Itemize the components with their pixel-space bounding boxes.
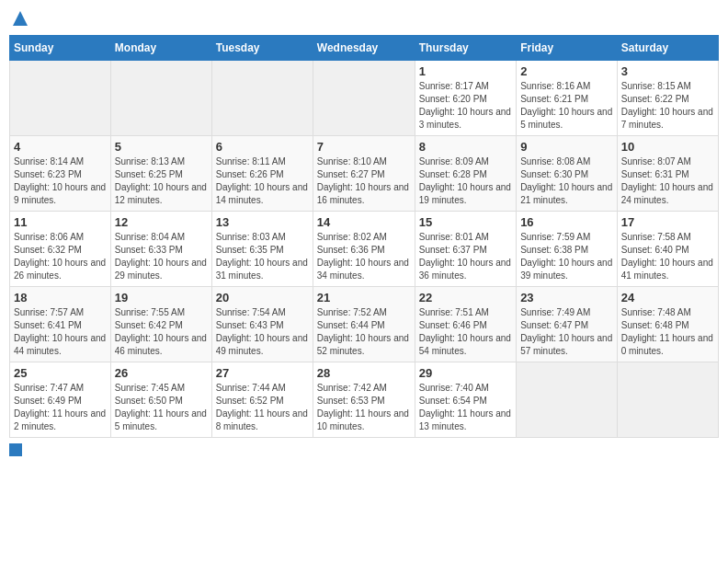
day-info: Sunrise: 8:10 AM Sunset: 6:27 PM Dayligh… [317, 155, 411, 207]
calendar-cell: 29Sunrise: 7:40 AM Sunset: 6:54 PM Dayli… [415, 362, 516, 438]
calendar-cell: 28Sunrise: 7:42 AM Sunset: 6:53 PM Dayli… [313, 362, 415, 438]
header-day-thursday: Thursday [415, 36, 516, 61]
week-row-1: 4Sunrise: 8:14 AM Sunset: 6:23 PM Daylig… [10, 136, 719, 212]
day-info: Sunrise: 8:01 AM Sunset: 6:37 PM Dayligh… [419, 231, 512, 282]
day-number: 16 [520, 215, 613, 229]
day-number: 13 [216, 215, 309, 229]
calendar-cell: 9Sunrise: 8:08 AM Sunset: 6:30 PM Daylig… [517, 136, 618, 212]
day-number: 1 [419, 64, 512, 78]
day-number: 11 [14, 215, 107, 229]
day-info: Sunrise: 8:04 AM Sunset: 6:33 PM Dayligh… [115, 231, 208, 282]
day-number: 25 [14, 366, 107, 380]
day-info: Sunrise: 8:03 AM Sunset: 6:35 PM Dayligh… [216, 231, 309, 282]
day-info: Sunrise: 7:47 AM Sunset: 6:49 PM Dayligh… [14, 382, 107, 433]
day-info: Sunrise: 8:09 AM Sunset: 6:28 PM Dayligh… [419, 155, 512, 207]
header-day-friday: Friday [517, 36, 618, 61]
day-number: 19 [115, 291, 208, 304]
day-info: Sunrise: 7:51 AM Sunset: 6:46 PM Dayligh… [419, 306, 512, 358]
day-info: Sunrise: 7:48 AM Sunset: 6:48 PM Dayligh… [621, 306, 714, 358]
day-info: Sunrise: 7:44 AM Sunset: 6:52 PM Dayligh… [216, 382, 309, 433]
day-info: Sunrise: 7:59 AM Sunset: 6:38 PM Dayligh… [520, 231, 613, 282]
calendar-cell: 24Sunrise: 7:48 AM Sunset: 6:48 PM Dayli… [617, 287, 718, 362]
day-info: Sunrise: 8:15 AM Sunset: 6:22 PM Dayligh… [621, 80, 714, 132]
day-number: 15 [419, 215, 512, 229]
day-number: 4 [14, 140, 107, 154]
calendar-cell [313, 61, 415, 136]
day-info: Sunrise: 7:54 AM Sunset: 6:43 PM Dayligh… [216, 306, 309, 358]
calendar-table: SundayMondayTuesdayWednesdayThursdayFrid… [9, 35, 719, 438]
calendar-cell: 27Sunrise: 7:44 AM Sunset: 6:52 PM Dayli… [211, 362, 313, 438]
day-number: 24 [621, 291, 714, 304]
calendar-cell: 21Sunrise: 7:52 AM Sunset: 6:44 PM Dayli… [313, 287, 415, 362]
day-number: 27 [216, 366, 309, 380]
calendar-cell: 15Sunrise: 8:01 AM Sunset: 6:37 PM Dayli… [415, 212, 516, 287]
day-info: Sunrise: 7:45 AM Sunset: 6:50 PM Dayligh… [115, 382, 208, 433]
day-number: 20 [216, 291, 309, 304]
calendar-cell: 13Sunrise: 8:03 AM Sunset: 6:35 PM Dayli… [211, 212, 313, 287]
legend [9, 443, 719, 456]
day-number: 6 [216, 140, 309, 154]
calendar-cell: 22Sunrise: 7:51 AM Sunset: 6:46 PM Dayli… [415, 287, 516, 362]
day-number: 21 [317, 291, 411, 304]
svg-marker-0 [13, 11, 28, 26]
header [9, 9, 719, 28]
calendar-cell [617, 362, 718, 438]
calendar-cell: 16Sunrise: 7:59 AM Sunset: 6:38 PM Dayli… [517, 212, 618, 287]
calendar-cell: 5Sunrise: 8:13 AM Sunset: 6:25 PM Daylig… [110, 136, 211, 212]
day-number: 28 [317, 366, 411, 380]
day-info: Sunrise: 7:57 AM Sunset: 6:41 PM Dayligh… [14, 306, 107, 358]
day-number: 2 [520, 64, 613, 78]
calendar-cell [110, 61, 211, 136]
week-row-3: 18Sunrise: 7:57 AM Sunset: 6:41 PM Dayli… [10, 287, 719, 362]
logo-icon [11, 9, 29, 28]
calendar-cell: 25Sunrise: 7:47 AM Sunset: 6:49 PM Dayli… [10, 362, 111, 438]
day-info: Sunrise: 8:13 AM Sunset: 6:25 PM Dayligh… [115, 155, 208, 207]
day-info: Sunrise: 8:02 AM Sunset: 6:36 PM Dayligh… [317, 231, 411, 282]
header-day-tuesday: Tuesday [211, 36, 313, 61]
day-info: Sunrise: 7:58 AM Sunset: 6:40 PM Dayligh… [621, 231, 714, 282]
calendar-cell [517, 362, 618, 438]
calendar-cell: 4Sunrise: 8:14 AM Sunset: 6:23 PM Daylig… [10, 136, 111, 212]
day-info: Sunrise: 7:52 AM Sunset: 6:44 PM Dayligh… [317, 306, 411, 358]
day-number: 7 [317, 140, 411, 154]
header-day-monday: Monday [110, 36, 211, 61]
week-row-2: 11Sunrise: 8:06 AM Sunset: 6:32 PM Dayli… [10, 212, 719, 287]
header-day-saturday: Saturday [617, 36, 718, 61]
day-info: Sunrise: 7:55 AM Sunset: 6:42 PM Dayligh… [115, 306, 208, 358]
logo [9, 9, 29, 28]
calendar-cell: 19Sunrise: 7:55 AM Sunset: 6:42 PM Dayli… [110, 287, 211, 362]
header-day-sunday: Sunday [10, 36, 111, 61]
day-info: Sunrise: 7:42 AM Sunset: 6:53 PM Dayligh… [317, 382, 411, 433]
calendar-cell: 2Sunrise: 8:16 AM Sunset: 6:21 PM Daylig… [517, 61, 618, 136]
day-number: 26 [115, 366, 208, 380]
day-number: 3 [621, 64, 714, 78]
day-info: Sunrise: 7:40 AM Sunset: 6:54 PM Dayligh… [419, 382, 512, 433]
day-number: 23 [520, 291, 613, 304]
calendar-cell: 12Sunrise: 8:04 AM Sunset: 6:33 PM Dayli… [110, 212, 211, 287]
day-number: 17 [621, 215, 714, 229]
day-number: 22 [419, 291, 512, 304]
day-number: 14 [317, 215, 411, 229]
day-info: Sunrise: 8:16 AM Sunset: 6:21 PM Dayligh… [520, 80, 613, 132]
day-number: 18 [14, 291, 107, 304]
calendar-cell: 14Sunrise: 8:02 AM Sunset: 6:36 PM Dayli… [313, 212, 415, 287]
day-number: 12 [115, 215, 208, 229]
day-number: 10 [621, 140, 714, 154]
day-info: Sunrise: 8:11 AM Sunset: 6:26 PM Dayligh… [216, 155, 309, 207]
legend-color-box [9, 443, 22, 456]
day-number: 29 [419, 366, 512, 380]
day-info: Sunrise: 8:06 AM Sunset: 6:32 PM Dayligh… [14, 231, 107, 282]
calendar-cell: 18Sunrise: 7:57 AM Sunset: 6:41 PM Dayli… [10, 287, 111, 362]
calendar-cell: 6Sunrise: 8:11 AM Sunset: 6:26 PM Daylig… [211, 136, 313, 212]
header-day-wednesday: Wednesday [313, 36, 415, 61]
calendar-cell: 26Sunrise: 7:45 AM Sunset: 6:50 PM Dayli… [110, 362, 211, 438]
day-number: 8 [419, 140, 512, 154]
header-row: SundayMondayTuesdayWednesdayThursdayFrid… [10, 36, 719, 61]
week-row-0: 1Sunrise: 8:17 AM Sunset: 6:20 PM Daylig… [10, 61, 719, 136]
day-number: 9 [520, 140, 613, 154]
calendar-cell: 10Sunrise: 8:07 AM Sunset: 6:31 PM Dayli… [617, 136, 718, 212]
day-info: Sunrise: 8:17 AM Sunset: 6:20 PM Dayligh… [419, 80, 512, 132]
calendar-cell: 11Sunrise: 8:06 AM Sunset: 6:32 PM Dayli… [10, 212, 111, 287]
day-info: Sunrise: 7:49 AM Sunset: 6:47 PM Dayligh… [520, 306, 613, 358]
calendar-cell: 8Sunrise: 8:09 AM Sunset: 6:28 PM Daylig… [415, 136, 516, 212]
